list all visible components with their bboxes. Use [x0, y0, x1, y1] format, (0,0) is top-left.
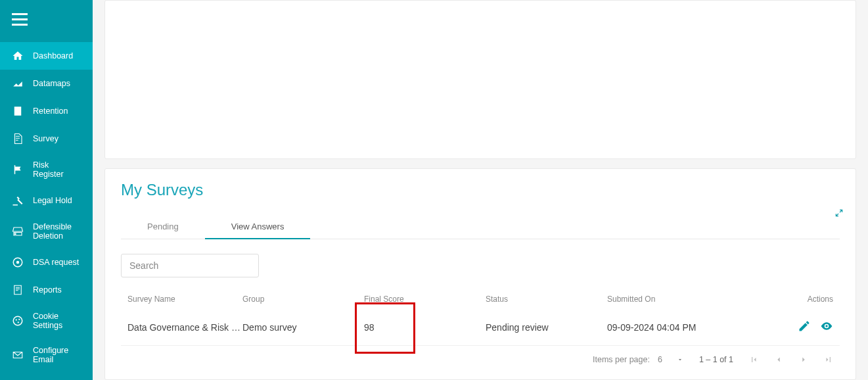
tab-view-answers[interactable]: View Answers [205, 215, 311, 239]
sidebar-item-label: Reports [33, 285, 62, 295]
chevron-down-icon [677, 356, 683, 363]
prev-page-icon[interactable] [774, 355, 783, 364]
final-score-value: 98 [364, 322, 375, 333]
pagination-range: 1 – 1 of 1 [699, 355, 733, 364]
cookie-icon [12, 315, 24, 327]
svg-point-4 [16, 261, 20, 264]
drive-icon [12, 226, 24, 237]
col-header-submitted-on: Submitted On [607, 295, 798, 304]
pagination: Items per page: 6 1 – 1 of 1 [121, 346, 840, 367]
tabs: Pending View Answers [121, 215, 840, 239]
col-header-final-score: Final Score [364, 295, 486, 304]
svg-rect-0 [12, 13, 28, 15]
sidebar-item-legal-hold[interactable]: Legal Hold [0, 187, 93, 214]
sidebar-item-cookie-settings[interactable]: Cookie Settings [0, 304, 93, 338]
items-per-page: Items per page: 6 [593, 355, 683, 364]
sidebar-item-reports[interactable]: Reports [0, 276, 93, 304]
sidebar-item-label: Survey [33, 134, 58, 143]
chart-icon [12, 78, 24, 89]
svg-rect-2 [12, 24, 28, 26]
surveys-table: Survey Name Group Final Score Status Sub… [121, 289, 840, 346]
page-title: My Surveys [121, 181, 840, 199]
document-icon [12, 133, 24, 145]
sidebar-item-defensible-deletion[interactable]: Defensible Deletion [0, 214, 93, 249]
pagination-buttons [749, 355, 833, 364]
col-header-group: Group [242, 295, 364, 304]
expand-icon [834, 208, 844, 218]
col-header-status: Status [486, 295, 607, 304]
hamburger-icon [12, 13, 28, 26]
col-header-survey-name: Survey Name [121, 295, 242, 304]
gavel-icon [12, 195, 24, 206]
sidebar-item-label: Defensible Deletion [33, 222, 81, 241]
first-page-icon[interactable] [749, 355, 758, 364]
sidebar-item-label: Risk Register [33, 160, 81, 179]
cell-final-score: 98 [364, 322, 486, 333]
last-page-icon[interactable] [824, 355, 833, 364]
building-icon [12, 105, 24, 117]
my-surveys-card: My Surveys Pending View Answers Survey N… [104, 168, 856, 380]
cell-group: Demo survey [242, 322, 364, 333]
target-icon [12, 256, 24, 268]
sidebar: Dashboard Datamaps Retention Survey Risk… [0, 0, 93, 380]
sidebar-item-configure-email[interactable]: Configure Email [0, 338, 93, 372]
sidebar-item-dashboard[interactable]: Dashboard [0, 42, 93, 70]
sidebar-item-label: Cookie Settings [33, 312, 81, 330]
items-per-page-label: Items per page: [593, 355, 650, 364]
items-per-page-value: 6 [658, 355, 662, 364]
sidebar-item-upload[interactable]: Upload [0, 372, 93, 380]
cell-status: Pending review [486, 322, 607, 333]
expand-button[interactable] [834, 208, 844, 220]
next-page-icon[interactable] [799, 355, 808, 364]
sidebar-item-retention[interactable]: Retention [0, 97, 93, 125]
items-per-page-select[interactable]: 6 [658, 355, 683, 364]
report-icon [12, 284, 24, 296]
sidebar-item-survey[interactable]: Survey [0, 125, 93, 153]
sidebar-item-label: Retention [33, 107, 68, 116]
svg-point-5 [13, 316, 22, 325]
table-row: Data Governance & Risk Mana... Demo surv… [121, 309, 840, 346]
flag-icon [12, 164, 24, 176]
sidebar-item-risk-register[interactable]: Risk Register [0, 153, 93, 187]
tab-pending[interactable]: Pending [121, 215, 205, 239]
col-header-actions: Actions [798, 295, 840, 304]
hamburger-menu-button[interactable] [0, 0, 93, 42]
email-icon [12, 349, 24, 361]
cell-actions [798, 320, 840, 335]
top-card [104, 0, 856, 159]
sidebar-item-datamaps[interactable]: Datamaps [0, 70, 93, 97]
edit-icon[interactable] [798, 320, 811, 333]
view-icon[interactable] [820, 320, 833, 333]
svg-point-8 [18, 321, 19, 323]
table-header: Survey Name Group Final Score Status Sub… [121, 289, 840, 309]
sidebar-item-label: DSA request [33, 258, 79, 267]
home-icon [12, 50, 24, 62]
sidebar-item-label: Datamaps [33, 79, 70, 88]
sidebar-item-label: Dashboard [33, 51, 73, 60]
sidebar-item-label: Legal Hold [33, 196, 72, 205]
cell-survey-name: Data Governance & Risk Mana... [121, 322, 242, 333]
main-content: My Surveys Pending View Answers Survey N… [93, 0, 868, 380]
svg-rect-1 [12, 18, 28, 20]
svg-point-7 [18, 319, 20, 320]
search-input[interactable] [121, 254, 259, 277]
cell-submitted-on: 09-09-2024 04:04 PM [607, 322, 798, 333]
sidebar-item-dsa-request[interactable]: DSA request [0, 249, 93, 276]
svg-point-6 [16, 319, 17, 320]
sidebar-item-label: Configure Email [33, 346, 81, 364]
